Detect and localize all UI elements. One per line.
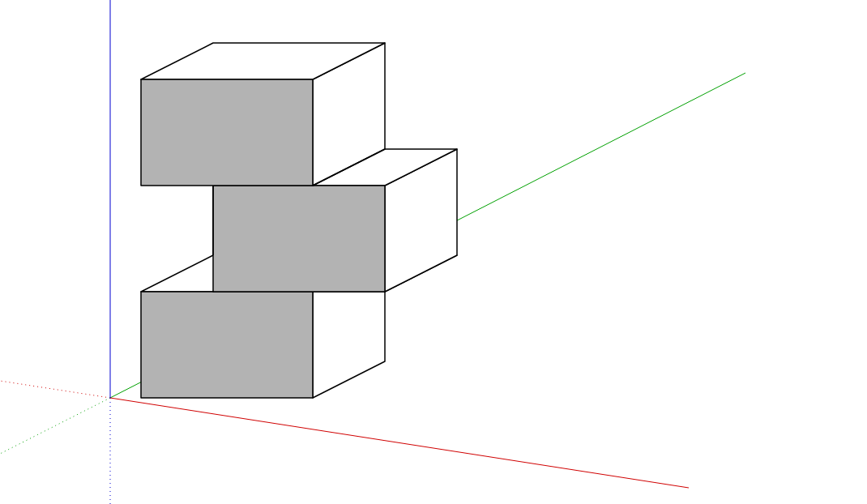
bottom-box-front-face (141, 292, 313, 398)
top-box-front-face (141, 79, 313, 186)
middle-box-front-face (213, 186, 385, 292)
axis-x-negative (0, 381, 110, 398)
3d-model[interactable] (141, 43, 457, 398)
3d-viewport[interactable] (0, 0, 867, 504)
axis-y-negative (0, 398, 110, 454)
axis-x-positive (110, 398, 689, 488)
